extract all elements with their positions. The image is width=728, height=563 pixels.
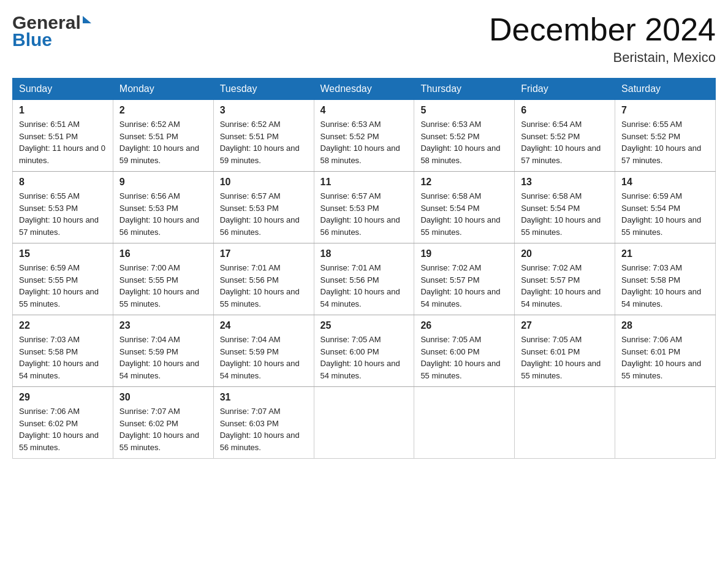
calendar-cell: 27Sunrise: 7:05 AMSunset: 6:01 PMDayligh…: [515, 315, 615, 387]
day-number: 26: [420, 320, 508, 331]
calendar-cell: 19Sunrise: 7:02 AMSunset: 5:57 PMDayligh…: [414, 243, 515, 315]
calendar-cell: 5Sunrise: 6:53 AMSunset: 5:52 PMDaylight…: [414, 100, 515, 172]
day-number: 31: [220, 392, 308, 403]
calendar-cell: 29Sunrise: 7:06 AMSunset: 6:02 PMDayligh…: [13, 387, 113, 459]
day-number: 6: [521, 105, 609, 116]
calendar-cell: 17Sunrise: 7:01 AMSunset: 5:56 PMDayligh…: [213, 243, 314, 315]
calendar-cell: 31Sunrise: 7:07 AMSunset: 6:03 PMDayligh…: [213, 387, 314, 459]
day-number: 9: [119, 177, 207, 188]
calendar-cell: 3Sunrise: 6:52 AMSunset: 5:51 PMDaylight…: [213, 100, 314, 172]
day-number: 19: [420, 248, 508, 259]
day-info: Sunrise: 6:52 AMSunset: 5:51 PMDaylight:…: [220, 118, 308, 166]
calendar-cell: 13Sunrise: 6:58 AMSunset: 5:54 PMDayligh…: [515, 172, 615, 243]
day-info: Sunrise: 6:56 AMSunset: 5:53 PMDaylight:…: [119, 190, 207, 238]
calendar-cell: 23Sunrise: 7:04 AMSunset: 5:59 PMDayligh…: [113, 315, 213, 387]
day-number: 10: [220, 177, 308, 188]
day-info: Sunrise: 6:57 AMSunset: 5:53 PMDaylight:…: [220, 190, 308, 238]
day-info: Sunrise: 6:52 AMSunset: 5:51 PMDaylight:…: [119, 118, 207, 166]
calendar-cell: [515, 387, 615, 459]
calendar-week-row: 1Sunrise: 6:51 AMSunset: 5:51 PMDaylight…: [13, 100, 716, 172]
calendar-cell: [414, 387, 515, 459]
day-number: 12: [420, 177, 508, 188]
calendar-cell: [314, 387, 414, 459]
day-info: Sunrise: 7:07 AMSunset: 6:03 PMDaylight:…: [220, 405, 308, 453]
day-number: 11: [320, 177, 408, 188]
day-info: Sunrise: 6:51 AMSunset: 5:51 PMDaylight:…: [19, 118, 107, 166]
calendar-cell: 20Sunrise: 7:02 AMSunset: 5:57 PMDayligh…: [515, 243, 615, 315]
calendar-week-row: 29Sunrise: 7:06 AMSunset: 6:02 PMDayligh…: [13, 387, 716, 459]
calendar-cell: 21Sunrise: 7:03 AMSunset: 5:58 PMDayligh…: [615, 243, 716, 315]
calendar-cell: 1Sunrise: 6:51 AMSunset: 5:51 PMDaylight…: [13, 100, 113, 172]
page-header: General Blue December 2024 Beristain, Me…: [12, 12, 716, 66]
logo-blue-text: Blue: [12, 29, 52, 50]
day-number: 7: [621, 105, 709, 116]
calendar-cell: 10Sunrise: 6:57 AMSunset: 5:53 PMDayligh…: [213, 172, 314, 243]
calendar-header-row: SundayMondayTuesdayWednesdayThursdayFrid…: [13, 79, 716, 100]
calendar-cell: 14Sunrise: 6:59 AMSunset: 5:54 PMDayligh…: [615, 172, 716, 243]
calendar-cell: 26Sunrise: 7:05 AMSunset: 6:00 PMDayligh…: [414, 315, 515, 387]
calendar-header-friday: Friday: [515, 79, 615, 100]
day-info: Sunrise: 7:06 AMSunset: 6:01 PMDaylight:…: [621, 334, 709, 381]
day-info: Sunrise: 7:01 AMSunset: 5:56 PMDaylight:…: [220, 262, 308, 310]
day-info: Sunrise: 7:05 AMSunset: 6:00 PMDaylight:…: [320, 334, 408, 381]
calendar-cell: [615, 387, 716, 459]
day-number: 27: [521, 320, 609, 331]
calendar-cell: 16Sunrise: 7:00 AMSunset: 5:55 PMDayligh…: [113, 243, 213, 315]
day-number: 8: [19, 177, 107, 188]
calendar-header-thursday: Thursday: [414, 79, 515, 100]
day-number: 2: [119, 105, 207, 116]
day-info: Sunrise: 7:04 AMSunset: 5:59 PMDaylight:…: [119, 334, 207, 381]
day-info: Sunrise: 6:54 AMSunset: 5:52 PMDaylight:…: [521, 118, 609, 166]
calendar-week-row: 8Sunrise: 6:55 AMSunset: 5:53 PMDaylight…: [13, 172, 716, 243]
day-number: 14: [621, 177, 709, 188]
day-number: 30: [119, 392, 207, 403]
day-info: Sunrise: 7:03 AMSunset: 5:58 PMDaylight:…: [19, 334, 107, 381]
calendar-cell: 2Sunrise: 6:52 AMSunset: 5:51 PMDaylight…: [113, 100, 213, 172]
day-number: 24: [220, 320, 308, 331]
day-info: Sunrise: 6:55 AMSunset: 5:52 PMDaylight:…: [621, 118, 709, 166]
calendar-week-row: 22Sunrise: 7:03 AMSunset: 5:58 PMDayligh…: [13, 315, 716, 387]
calendar-cell: 8Sunrise: 6:55 AMSunset: 5:53 PMDaylight…: [13, 172, 113, 243]
calendar-cell: 6Sunrise: 6:54 AMSunset: 5:52 PMDaylight…: [515, 100, 615, 172]
calendar-cell: 7Sunrise: 6:55 AMSunset: 5:52 PMDaylight…: [615, 100, 716, 172]
day-number: 3: [220, 105, 308, 116]
day-number: 22: [19, 320, 107, 331]
day-info: Sunrise: 7:01 AMSunset: 5:56 PMDaylight:…: [320, 262, 408, 310]
calendar-cell: 25Sunrise: 7:05 AMSunset: 6:00 PMDayligh…: [314, 315, 414, 387]
day-number: 13: [521, 177, 609, 188]
day-number: 20: [521, 248, 609, 259]
calendar-cell: 9Sunrise: 6:56 AMSunset: 5:53 PMDaylight…: [113, 172, 213, 243]
calendar-header-saturday: Saturday: [615, 79, 716, 100]
logo: General Blue: [12, 12, 91, 50]
calendar-header-wednesday: Wednesday: [314, 79, 414, 100]
day-number: 5: [420, 105, 508, 116]
location-title: Beristain, Mexico: [489, 50, 716, 66]
calendar-week-row: 15Sunrise: 6:59 AMSunset: 5:55 PMDayligh…: [13, 243, 716, 315]
calendar-cell: 18Sunrise: 7:01 AMSunset: 5:56 PMDayligh…: [314, 243, 414, 315]
day-number: 17: [220, 248, 308, 259]
calendar-header-monday: Monday: [113, 79, 213, 100]
logo-arrow-icon: [83, 16, 91, 23]
day-info: Sunrise: 7:07 AMSunset: 6:02 PMDaylight:…: [119, 405, 207, 453]
calendar-cell: 30Sunrise: 7:07 AMSunset: 6:02 PMDayligh…: [113, 387, 213, 459]
day-number: 15: [19, 248, 107, 259]
day-info: Sunrise: 6:58 AMSunset: 5:54 PMDaylight:…: [521, 190, 609, 238]
day-info: Sunrise: 7:05 AMSunset: 6:00 PMDaylight:…: [420, 334, 508, 381]
day-number: 4: [320, 105, 408, 116]
month-title: December 2024: [489, 12, 716, 47]
day-number: 28: [621, 320, 709, 331]
day-info: Sunrise: 6:58 AMSunset: 5:54 PMDaylight:…: [420, 190, 508, 238]
day-number: 16: [119, 248, 207, 259]
day-info: Sunrise: 6:59 AMSunset: 5:55 PMDaylight:…: [19, 262, 107, 310]
day-info: Sunrise: 7:05 AMSunset: 6:01 PMDaylight:…: [521, 334, 609, 381]
calendar-cell: 22Sunrise: 7:03 AMSunset: 5:58 PMDayligh…: [13, 315, 113, 387]
day-info: Sunrise: 6:59 AMSunset: 5:54 PMDaylight:…: [621, 190, 709, 238]
calendar-header-tuesday: Tuesday: [213, 79, 314, 100]
day-info: Sunrise: 7:03 AMSunset: 5:58 PMDaylight:…: [621, 262, 709, 310]
calendar-header-sunday: Sunday: [13, 79, 113, 100]
title-section: December 2024 Beristain, Mexico: [489, 12, 716, 66]
day-number: 1: [19, 105, 107, 116]
calendar-table: SundayMondayTuesdayWednesdayThursdayFrid…: [12, 78, 716, 459]
day-number: 29: [19, 392, 107, 403]
calendar-cell: 15Sunrise: 6:59 AMSunset: 5:55 PMDayligh…: [13, 243, 113, 315]
